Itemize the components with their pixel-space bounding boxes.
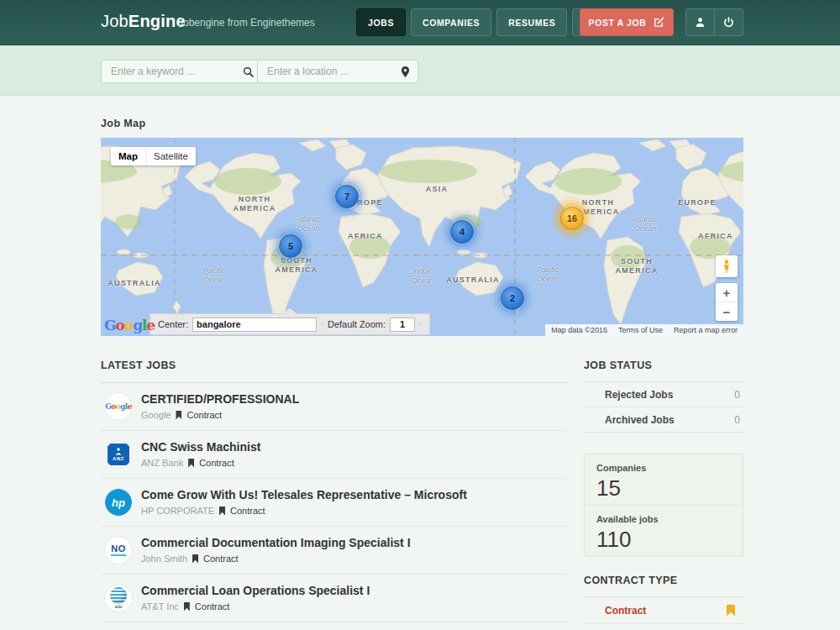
status-count: 0 xyxy=(734,414,740,426)
no-logo: NO xyxy=(105,537,132,564)
map-data-text: Map data ©2016 xyxy=(551,326,607,334)
tab-resumes[interactable]: RESUMES xyxy=(496,8,567,36)
map-cluster-marker[interactable]: 16 xyxy=(560,207,584,230)
job-meta: AT&T IncContract xyxy=(141,601,567,612)
zoom-control: + − xyxy=(716,283,738,321)
status-label: Rejected Jobs xyxy=(605,389,673,401)
pegman-control[interactable] xyxy=(716,255,738,277)
bookmark-icon xyxy=(176,411,181,420)
google-logo-letter: G xyxy=(104,317,116,333)
map-cluster-marker[interactable]: 5 xyxy=(279,234,302,258)
job-meta: HP CORPORATEContract xyxy=(141,506,567,516)
status-count: 0 xyxy=(734,389,740,401)
company-name: John Smith xyxy=(141,554,187,564)
google-logo-letter: g xyxy=(133,317,142,333)
logo-part2: Engine xyxy=(129,12,186,30)
job-title[interactable]: CNC Swiss Machinist xyxy=(141,431,567,454)
map-attribution: Map data ©2016Terms of UseReport a map e… xyxy=(545,324,743,336)
compose-icon xyxy=(654,17,664,28)
hp-logo: hp xyxy=(105,489,132,516)
job-meta: GoogleContract xyxy=(141,410,567,420)
google-logo-letter: o xyxy=(116,317,124,333)
job-title[interactable]: Commercial Loan Operations Specialist I xyxy=(141,575,567,597)
bookmark-icon xyxy=(219,507,225,516)
drag-handle-icon[interactable] xyxy=(419,319,422,329)
map-type-map[interactable]: Map xyxy=(111,147,145,165)
tab-companies[interactable]: COMPANIES xyxy=(411,8,491,36)
pegman-icon xyxy=(722,260,732,274)
post-a-job-button[interactable]: POST A JOB xyxy=(580,8,674,36)
job-item[interactable]: GoogleCERTIFIED/PROFESSIONALGoogleContra… xyxy=(101,383,567,431)
logo[interactable]: JobEngine xyxy=(101,12,186,31)
map-cluster-marker[interactable]: 2 xyxy=(501,286,524,310)
header: JobEngine Jobengine from Enginethemes JO… xyxy=(0,0,840,45)
company-name: AT&T Inc xyxy=(141,601,179,612)
job-item[interactable]: ANZCNC Swiss MachinistANZ BankContract xyxy=(101,431,567,479)
job-type: Contract xyxy=(230,506,265,516)
header-icon-group xyxy=(685,8,743,36)
contract-type-row[interactable]: Contract xyxy=(584,597,743,624)
status-label: Archived Jobs xyxy=(605,414,675,426)
stat-value: 110 xyxy=(596,527,743,553)
stats-box: Companies15Available jobs110 xyxy=(584,454,743,557)
job-title[interactable]: Come Grow With Us! Telesales Representat… xyxy=(141,479,567,501)
map-type-control: Map Satellite xyxy=(111,147,196,165)
stat-cell: Companies15 xyxy=(585,454,743,505)
location-input[interactable] xyxy=(265,65,401,78)
job-map[interactable]: AUSTRALIAPacific OceanNORTH AMERICAAtlan… xyxy=(101,138,743,336)
sidebar: JOB STATUS Rejected Jobs0Archived Jobs0 … xyxy=(584,360,743,630)
center-label: Center: xyxy=(158,319,188,329)
company-name: HP CORPORATE xyxy=(141,506,214,516)
job-status-title: JOB STATUS xyxy=(584,360,652,371)
job-status-row[interactable]: Archived Jobs0 xyxy=(584,407,743,433)
map-center-bar: Center: Default Zoom: xyxy=(150,313,430,335)
tab-jobs[interactable]: JOBS xyxy=(356,8,406,36)
power-button[interactable] xyxy=(714,8,743,36)
report-map-error-link[interactable]: Report a map error xyxy=(674,326,738,334)
logo-part1: Job xyxy=(101,12,129,30)
keyword-input[interactable] xyxy=(109,65,243,78)
user-button[interactable] xyxy=(685,8,715,36)
google-logo-letter: o xyxy=(124,317,133,333)
map-cluster-marker[interactable]: 4 xyxy=(450,220,474,244)
job-item[interactable]: at&tCommercial Loan Operations Specialis… xyxy=(101,575,567,622)
search-band xyxy=(0,45,840,96)
job-meta: ANZ BankContract xyxy=(141,458,567,468)
job-item[interactable]: NOCommercial Documentation Imaging Speci… xyxy=(101,527,567,575)
google-logo-letter: e xyxy=(147,317,155,333)
tagline: Jobengine from Enginethemes xyxy=(178,17,315,29)
job-title[interactable]: CERTIFIED/PROFESSIONAL xyxy=(141,383,567,406)
anz-logo: ANZ xyxy=(105,441,132,468)
drag-handle-icon[interactable] xyxy=(321,319,323,329)
location-pin-icon xyxy=(401,66,410,77)
map-cluster-marker[interactable]: 7 xyxy=(335,185,359,208)
location-field xyxy=(257,60,418,83)
map-type-satellite[interactable]: Satellite xyxy=(145,147,196,165)
stat-cell: Available jobs110 xyxy=(585,505,743,546)
job-map-title: Job Map xyxy=(101,118,146,129)
map-center-input[interactable] xyxy=(192,318,317,332)
latest-jobs-section: LATEST JOBS GoogleCERTIFIED/PROFESSIONAL… xyxy=(101,360,567,622)
google-logo[interactable]: Google xyxy=(104,318,155,333)
job-status-row[interactable]: Rejected Jobs0 xyxy=(584,382,743,407)
terms-of-use-link[interactable]: Terms of Use xyxy=(618,326,663,334)
search-icon[interactable] xyxy=(243,66,254,77)
job-title[interactable]: Commercial Documentation Imaging Special… xyxy=(141,527,567,549)
latest-jobs-title: LATEST JOBS xyxy=(101,360,567,371)
jobs-list: GoogleCERTIFIED/PROFESSIONALGoogleContra… xyxy=(101,383,567,622)
bookmark-icon xyxy=(727,605,735,617)
bookmark-icon xyxy=(192,554,198,564)
power-icon xyxy=(723,17,734,28)
stat-label: Available jobs xyxy=(596,514,743,524)
job-type: Contract xyxy=(203,554,239,564)
world-map xyxy=(101,138,743,336)
zoom-in-button[interactable]: + xyxy=(716,283,738,302)
job-meta: John SmithContract xyxy=(141,554,567,564)
stat-value: 15 xyxy=(596,475,743,501)
bookmark-icon xyxy=(188,459,194,468)
company-name: Google xyxy=(141,410,171,420)
zoom-out-button[interactable]: − xyxy=(716,302,738,321)
default-zoom-input[interactable] xyxy=(390,318,415,332)
job-item[interactable]: hpCome Grow With Us! Telesales Represent… xyxy=(101,479,567,527)
job-status-list: Rejected Jobs0Archived Jobs0 xyxy=(584,382,743,433)
